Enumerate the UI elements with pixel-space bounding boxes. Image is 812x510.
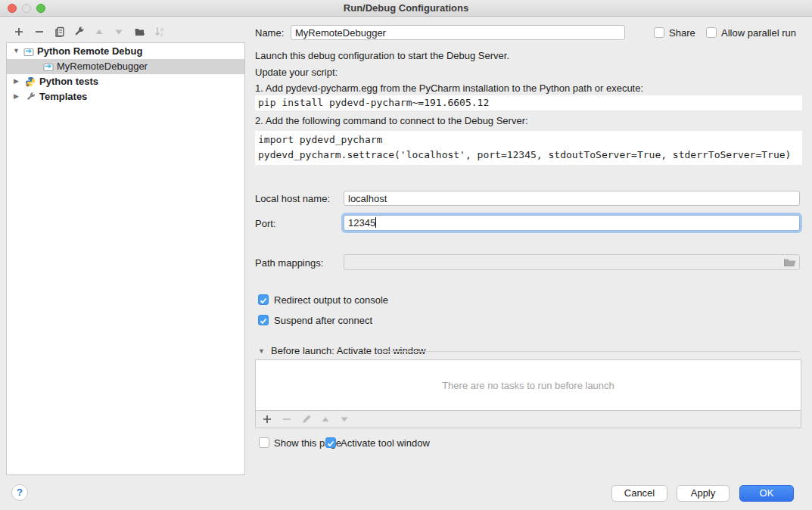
remove-task-icon — [281, 413, 293, 425]
ok-button[interactable]: OK — [739, 485, 794, 502]
chevron-right-icon[interactable]: ▶ — [14, 77, 19, 85]
move-task-down-icon — [338, 413, 350, 425]
cancel-button[interactable]: Cancel — [611, 485, 667, 502]
sort-alphabetically-icon: az — [154, 26, 166, 38]
tree-item-label: MyRemoteDebugger — [57, 61, 148, 72]
code-line-2: pydevd_pycharm.settrace('localhost', por… — [258, 149, 791, 160]
allow-parallel-run-checkbox[interactable] — [706, 27, 717, 38]
remote-debug-config-icon — [43, 61, 54, 72]
tree-item-label: Templates — [39, 91, 87, 102]
help-button[interactable]: ? — [11, 484, 28, 501]
svg-text:z: z — [160, 32, 163, 37]
move-task-up-icon — [319, 413, 331, 425]
tree-item-my-remote-debugger[interactable]: MyRemoteDebugger — [7, 59, 244, 74]
before-launch-separator — [382, 351, 800, 352]
svg-text:a: a — [160, 26, 163, 32]
before-launch-collapse-icon[interactable]: ▼ — [258, 347, 265, 355]
empty-task-list-text: There are no tasks to run before launch — [442, 380, 614, 391]
suspend-after-connect-label[interactable]: Suspend after connect — [274, 315, 372, 326]
move-down-icon — [113, 26, 125, 38]
copy-configuration-icon[interactable] — [54, 26, 66, 38]
move-up-icon — [93, 26, 105, 38]
redirect-output-checkbox[interactable] — [258, 294, 269, 305]
path-mappings-label: Path mappings: — [255, 257, 323, 269]
allow-parallel-run-label[interactable]: Allow parallel run — [721, 27, 796, 39]
remote-debug-config-icon — [23, 46, 34, 57]
text-caret — [375, 217, 376, 228]
instruction-line-2: Update your script: — [255, 67, 338, 78]
port-value: 12345 — [348, 217, 375, 229]
share-checkbox[interactable] — [654, 27, 664, 38]
edit-templates-wrench-icon[interactable] — [73, 26, 86, 38]
code-line-1: import pydevd_pycharm — [258, 134, 382, 145]
tree-item-python-remote-debug[interactable]: ▼ Python Remote Debug — [7, 44, 244, 59]
before-launch-task-list[interactable]: There are no tasks to run before launch — [255, 359, 801, 411]
tree-item-python-tests[interactable]: ▶ Python tests — [7, 74, 244, 89]
add-configuration-icon[interactable] — [13, 26, 25, 38]
remove-configuration-icon[interactable] — [33, 26, 45, 38]
path-mappings-input[interactable] — [344, 254, 800, 270]
name-label: Name: — [255, 27, 284, 39]
settrace-code: import pydevd_pycharmpydevd_pycharm.sett… — [255, 131, 802, 165]
tree-item-label: Python Remote Debug — [37, 45, 142, 57]
instruction-step-2: 2. Add the following command to connect … — [255, 115, 528, 126]
templates-wrench-icon — [26, 92, 36, 102]
pip-install-code: pip install pydevd-pycharm~=191.6605.12 — [255, 95, 802, 110]
tree-item-label: Python tests — [39, 76, 98, 87]
title-bar: Run/Debug Configurations — [0, 0, 812, 17]
instruction-step-1: 1. Add pydevd-pycharm.egg from the PyCha… — [255, 82, 643, 94]
port-label: Port: — [255, 218, 275, 229]
tree-item-templates[interactable]: ▶ Templates — [7, 89, 244, 104]
browse-folder-icon[interactable] — [783, 257, 797, 268]
name-input[interactable]: MyRemoteDebugger — [291, 25, 625, 40]
new-folder-icon[interactable] — [134, 26, 146, 38]
chevron-down-icon[interactable]: ▼ — [13, 47, 20, 54]
instruction-line-1: Launch this debug configuration to start… — [255, 50, 509, 61]
python-tests-icon — [25, 76, 36, 87]
local-host-name-label: Local host name: — [255, 193, 330, 204]
chevron-right-icon[interactable]: ▶ — [14, 92, 19, 100]
before-launch-toolbar — [255, 411, 801, 428]
edit-task-pencil-icon — [300, 413, 313, 425]
apply-button[interactable]: Apply — [677, 485, 730, 502]
add-task-icon[interactable] — [261, 413, 273, 425]
redirect-output-label[interactable]: Redirect output to console — [274, 294, 388, 306]
port-input[interactable]: 12345 — [344, 215, 800, 231]
activate-tool-window-checkbox[interactable] — [325, 437, 336, 448]
local-host-name-input[interactable]: localhost — [344, 191, 800, 206]
configurations-tree: ▼ Python Remote Debug MyRemoteDebugger ▶… — [6, 42, 245, 475]
window-title: Run/Debug Configurations — [0, 2, 812, 14]
share-label[interactable]: Share — [669, 27, 695, 39]
activate-tool-window-label[interactable]: Activate tool window — [341, 437, 430, 449]
suspend-after-connect-checkbox[interactable] — [258, 315, 269, 325]
show-this-page-checkbox[interactable] — [259, 437, 269, 448]
